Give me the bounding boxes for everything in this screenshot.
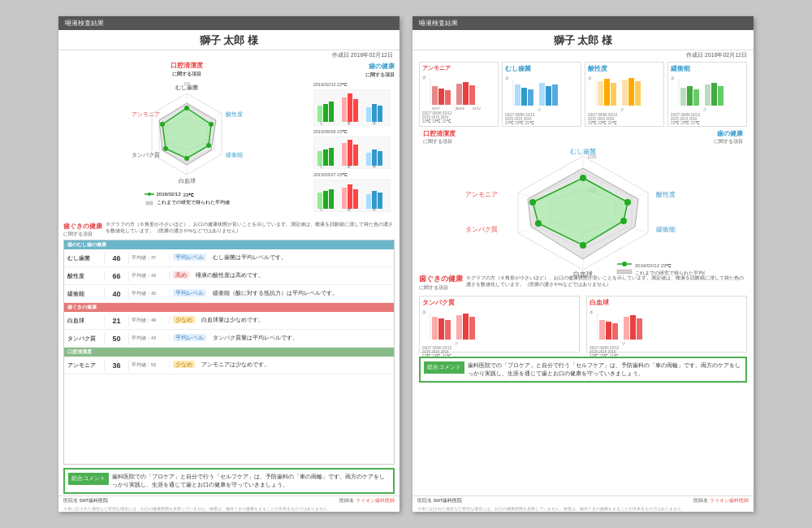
gum-section: 歯ぐきの健康 に関する項目 ※グラフの方（６角形が小さいほど）、お口の健康状態が…: [63, 222, 395, 238]
result-level-protein: 平均レベル: [170, 334, 209, 343]
protein-chart-box: タンパク質 多 少 03/27 09/06 02/122015 2015 201…: [419, 296, 580, 353]
oral-title-right: 口腔清潔度 に関する項目: [423, 129, 456, 145]
svg-rect-62: [378, 193, 382, 209]
result-comment-protein: タンパク質量は平均レベルです。: [209, 333, 394, 344]
svg-rect-88: [611, 83, 616, 106]
clinic-info-left: 医院名 SMT歯科医院: [63, 498, 108, 504]
result-comment-wbc: 白血球量は少なめです。: [198, 315, 394, 326]
oral-label: 口腔清潔度 に関する項目: [171, 62, 203, 77]
result-row-acidity: 酸性度 66 平均値：43 高め 唾液の酸性度は高めです。: [64, 267, 394, 285]
svg-rect-34: [366, 107, 371, 122]
svg-text:多: 多: [671, 76, 675, 80]
buffer-dates: 03/27 09/06 02/122015 2015 201623℃ 23℃ 2…: [671, 113, 744, 125]
svg-text:多: 多: [588, 76, 592, 80]
svg-rect-51: [317, 193, 322, 209]
result-avg-cavity: 平均値：37: [129, 254, 170, 262]
svg-text:酸性度: 酸性度: [226, 111, 243, 117]
radar-chart-right: 100 100 むし歯菌 酸性度 緩衝能 白血球 タンパク質 アンモニア: [461, 144, 705, 278]
result-row-cavity: むし歯菌 46 平均値：37 平均レベル むし歯菌は平均レベルです。: [64, 249, 394, 267]
result-level-acidity: 高め: [170, 271, 192, 280]
svg-rect-99: [711, 83, 717, 106]
patient-name-row-right: 獅子 太郎 様: [412, 30, 754, 50]
svg-text:09/06: 09/06: [456, 106, 465, 110]
svg-rect-28: [342, 97, 347, 122]
wbc-chart-box: 白血球 多 少 03/27 09/06 02/122015 2015 20162…: [586, 296, 747, 353]
page-header-left: 唾液検査結果: [58, 16, 400, 30]
header-title-left: 唾液検査結果: [65, 19, 104, 27]
svg-text:多: 多: [422, 309, 426, 314]
svg-rect-39: [323, 149, 328, 166]
svg-rect-89: [622, 80, 628, 106]
summary-section-left: 総合コメント 歯科医院での「プロケア」と自分で行う「セルフケア」は、予防歯科の「…: [63, 468, 395, 494]
result-value-cavity: 46: [105, 253, 129, 264]
svg-rect-142: [612, 323, 618, 340]
patient-name-row-left: 獅子 太郎 様: [58, 30, 400, 50]
svg-rect-79: [528, 89, 533, 106]
cavity-chart-title: むし歯菌: [505, 64, 578, 73]
result-value-ammonia: 36: [105, 360, 129, 371]
svg-point-114: [620, 218, 627, 224]
radar-left-panel: 口腔清潔度 に関する項目: [63, 62, 310, 220]
result-value-wbc: 21: [105, 315, 129, 327]
group-header-gum: 歯ぐきの健康: [64, 303, 394, 312]
svg-point-9: [209, 122, 214, 127]
svg-rect-91: [635, 81, 641, 106]
doctor-info-left: 医師名 ライオン歯科医師: [339, 498, 395, 504]
result-avg-buffer: 平均値：30: [129, 290, 170, 297]
result-level-wbc: 少なめ: [170, 316, 198, 325]
patient-name-left: 獅子 太郎 様: [200, 33, 258, 48]
result-level-buffer: 平均レベル: [170, 289, 209, 298]
svg-text:むし歯菌: むし歯菌: [570, 148, 596, 155]
svg-text:2016/02/12  23℃: 2016/02/12 23℃: [635, 263, 672, 268]
summary-text-left: 歯科医院での「プロケア」と自分で行う「セルフケア」は、予防歯科の「車の両輪」です…: [112, 473, 390, 489]
result-name-acidity: 酸性度: [64, 270, 105, 282]
svg-rect-100: [718, 86, 723, 106]
doctor-info-right: 医師名 ライオン歯科医師: [693, 498, 749, 504]
svg-rect-141: [606, 322, 611, 340]
radar-chart-left: むし歯菌 酸性度 緩衝能 白血球 タンパク質 アンモニア 100: [130, 77, 244, 191]
result-name-buffer: 緩衝能: [64, 288, 105, 300]
svg-rect-40: [329, 148, 334, 166]
svg-rect-97: [693, 89, 699, 106]
teeth-title-right: 歯の健康 に関する項目: [714, 129, 743, 145]
result-avg-protein: 平均値：43: [129, 335, 170, 342]
svg-rect-134: [456, 315, 462, 340]
mini-chart-3: む 酸 緩: [313, 180, 391, 212]
svg-rect-65: [432, 86, 438, 105]
svg-rect-30: [353, 99, 358, 122]
ammonia-bars: 多 少 03/27 09/06 02/12: [422, 74, 487, 110]
svg-text:白血球: 白血球: [179, 178, 196, 184]
svg-rect-25: [317, 106, 322, 122]
svg-point-115: [580, 242, 586, 249]
svg-rect-49: [378, 151, 382, 166]
svg-text:タンパク質: タンパク質: [132, 152, 160, 158]
svg-rect-69: [463, 82, 469, 105]
svg-text:アンモニア: アンモニア: [132, 111, 160, 117]
svg-rect-70: [469, 85, 475, 105]
svg-rect-43: [353, 145, 358, 166]
right-page: 唾液検査結果 獅子 太郎 様 作成日 2016年02月12日 アンモニア 多: [412, 16, 754, 512]
svg-text:む: む: [320, 164, 323, 168]
svg-text:少: 少: [622, 341, 625, 345]
svg-rect-35: [372, 104, 377, 122]
date-label-3: 2015/03/27 23℃: [313, 172, 395, 177]
svg-rect-23: [146, 201, 153, 205]
summary-label-left: 総合コメント: [68, 473, 109, 485]
svg-rect-81: [546, 86, 551, 106]
result-comment-buffer: 緩衝能（酸に対する抵抗力）は平均レベルです。: [209, 288, 394, 299]
svg-rect-27: [329, 102, 334, 122]
svg-text:アンモニア: アンモニア: [465, 191, 498, 198]
header-title-right: 唾液検査結果: [419, 19, 458, 27]
svg-rect-136: [469, 317, 475, 340]
result-comment-cavity: むし歯菌は平均レベルです。: [209, 253, 394, 263]
gum-label: 歯ぐきの健康 に関する項目: [63, 222, 102, 238]
radar-right-wrapper: 100 100 むし歯菌 酸性度 緩衝能 白血球 タンパク質 アンモニア: [419, 144, 747, 278]
svg-point-22: [148, 193, 151, 196]
svg-point-11: [184, 156, 189, 161]
svg-rect-82: [552, 84, 558, 106]
svg-text:少: 少: [703, 107, 706, 111]
acidity-bars: 多 少: [588, 75, 653, 111]
svg-text:多: 多: [590, 309, 594, 314]
protein-chart-title: タンパク質: [422, 298, 577, 307]
svg-text:多: 多: [505, 76, 509, 80]
